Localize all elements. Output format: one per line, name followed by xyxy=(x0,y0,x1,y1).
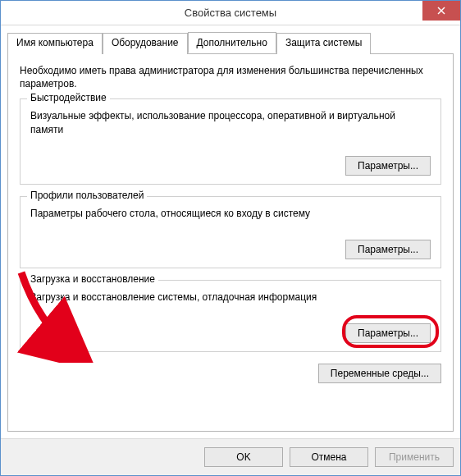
close-button[interactable] xyxy=(422,1,460,21)
tab-advanced[interactable]: Дополнительно xyxy=(188,32,276,53)
client-area: Имя компьютера Оборудование Дополнительн… xyxy=(1,25,460,438)
ok-button[interactable]: OK xyxy=(204,447,283,467)
close-icon xyxy=(437,7,445,15)
group-user-profiles: Профили пользователей Параметры рабочего… xyxy=(20,196,441,268)
window-title: Свойства системы xyxy=(185,7,276,19)
system-properties-window: Свойства системы Имя компьютера Оборудов… xyxy=(0,0,461,476)
tab-panel-advanced: Необходимо иметь права администратора дл… xyxy=(7,53,454,432)
performance-settings-button[interactable]: Параметры... xyxy=(345,156,431,176)
group-performance-legend: Быстродействие xyxy=(27,92,110,103)
environment-variables-button[interactable]: Переменные среды... xyxy=(318,364,441,383)
group-startup-recovery-desc: Загрузка и восстановление системы, отлад… xyxy=(30,291,431,304)
intro-text: Необходимо иметь права администратора дл… xyxy=(20,64,441,90)
cancel-button[interactable]: Отмена xyxy=(290,447,368,467)
group-startup-recovery: Загрузка и восстановление Загрузка и вос… xyxy=(20,280,441,352)
tabstrip: Имя компьютера Оборудование Дополнительн… xyxy=(7,32,454,53)
group-startup-recovery-legend: Загрузка и восстановление xyxy=(27,273,158,285)
tab-computer-name[interactable]: Имя компьютера xyxy=(7,33,103,54)
group-user-profiles-legend: Профили пользователей xyxy=(27,190,147,201)
group-user-profiles-desc: Параметры рабочего стола, относящиеся ко… xyxy=(30,207,431,220)
titlebar: Свойства системы xyxy=(1,1,460,25)
user-profiles-settings-button[interactable]: Параметры... xyxy=(345,240,431,259)
startup-recovery-settings-button[interactable]: Параметры... xyxy=(345,323,431,343)
group-performance: Быстродействие Визуальные эффекты, испол… xyxy=(20,98,441,184)
dialog-buttons: OK Отмена Применить xyxy=(1,438,460,475)
tab-system-protection[interactable]: Защита системы xyxy=(276,33,371,54)
tab-hardware[interactable]: Оборудование xyxy=(103,33,188,54)
apply-button[interactable]: Применить xyxy=(375,447,454,467)
group-performance-desc: Визуальные эффекты, использование процес… xyxy=(30,109,431,135)
